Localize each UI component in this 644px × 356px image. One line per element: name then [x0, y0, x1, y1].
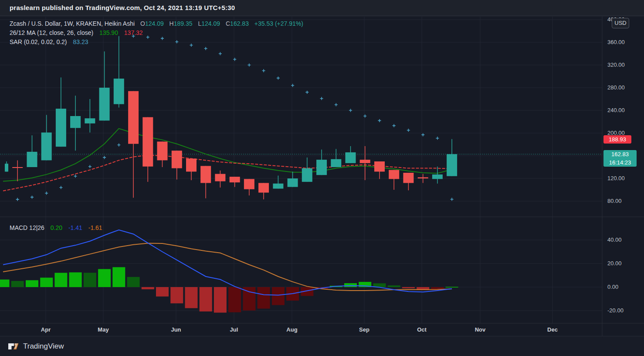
symbol-legend-row: Zcash / U.S. Dollar, 1W, KRAKEN, Heikin … — [10, 19, 303, 28]
ohlc-open-letter: O — [140, 20, 145, 27]
month-label-dec: Dec — [542, 323, 563, 336]
sar-value: 83.23 — [73, 38, 88, 45]
ma-red-value: 137.32 — [124, 29, 143, 36]
main-legend: Zcash / U.S. Dollar, 1W, KRAKEN, Heikin … — [10, 19, 303, 47]
currency-toggle-button[interactable]: USD — [612, 18, 629, 28]
price-tick-label: 280.00 — [607, 84, 625, 91]
ma-legend-row: 26/12 MA (12, close, 26, close) 135.90 1… — [10, 28, 303, 38]
time-axis[interactable]: AprMayJunJulAugSepOctNovDec — [0, 323, 602, 336]
macd-hist-value: 0.20 — [51, 224, 62, 231]
price-tick-label: 360.00 — [607, 39, 625, 45]
tradingview-logo-icon — [8, 342, 19, 351]
ma-green-line — [3, 129, 452, 181]
price-tick-label: 320.00 — [607, 62, 625, 68]
tradingview-snapshot: praslearn published on TradingView.com, … — [0, 0, 644, 356]
sar-indicator-label: SAR (0.02, 0.02, 0.2) — [10, 38, 67, 45]
ohlc-open-value: 124.09 — [145, 20, 164, 27]
month-label-oct: Oct — [411, 323, 433, 336]
bar-countdown: 16:14:23 — [603, 158, 637, 167]
month-label-jul: Jul — [223, 323, 245, 336]
month-label-sep: Sep — [353, 323, 375, 336]
macd-legend-row: MACD 12|26 0.20 -1.41 -1.61 — [10, 223, 102, 233]
month-label-may: May — [92, 323, 114, 336]
sar-legend-row: SAR (0.02, 0.02, 0.2) 83.23 — [10, 38, 303, 47]
footer-bar: TradingView — [0, 336, 644, 356]
macd-line-value: -1.41 — [68, 224, 82, 231]
month-label-aug: Aug — [281, 323, 303, 336]
macd-legend: MACD 12|26 0.20 -1.41 -1.61 — [10, 223, 102, 233]
ohlc-high-value: 189.35 — [174, 20, 193, 27]
last-price-value: 162.83 — [603, 150, 637, 158]
price-tick-label: 240.00 — [607, 107, 625, 113]
ohlc-high-letter: H — [169, 20, 174, 27]
month-label-nov: Nov — [469, 323, 491, 336]
high-price-label: 188.93 — [603, 135, 631, 144]
macd-tick-label: 20.00 — [607, 260, 622, 267]
ohlc-close-value: 162.83 — [230, 20, 249, 27]
macd-signal-value: -1.61 — [88, 224, 102, 231]
ohlc-close-letter: C — [226, 20, 230, 27]
month-label-jun: Jun — [165, 323, 187, 336]
published-bar: praslearn published on TradingView.com, … — [0, 0, 644, 16]
month-label-apr: Apr — [35, 323, 57, 336]
price-axis[interactable]: 400.00360.00320.00280.00240.00200.00160.… — [602, 16, 644, 336]
last-price-label: 162.83 16:14:23 — [603, 150, 637, 167]
tradingview-link[interactable]: TradingView — [8, 342, 64, 351]
chart-canvas[interactable] — [0, 0, 644, 356]
macd-tick-label: 40.00 — [607, 236, 622, 243]
ma-indicator-label: 26/12 MA (12, close, 26, close) — [10, 29, 93, 36]
ma-green-value: 135.90 — [99, 29, 118, 36]
change-value: +35.53 (+27.91%) — [254, 20, 303, 27]
macd-indicator-label: MACD 12|26 — [10, 224, 44, 231]
published-text: praslearn published on TradingView.com, … — [10, 0, 235, 16]
ohlc-low-value: 124.09 — [201, 20, 220, 27]
macd-tick-label: 0.00 — [607, 284, 618, 290]
tradingview-brand-text: TradingView — [23, 342, 64, 351]
price-tick-label: 80.00 — [607, 198, 622, 204]
macd-tick-label: -20.00 — [607, 307, 624, 314]
symbol-title: Zcash / U.S. Dollar, 1W, KRAKEN, Heikin … — [10, 20, 135, 27]
price-tick-label: 120.00 — [607, 175, 625, 181]
parabolic-sar-dots — [16, 34, 454, 201]
